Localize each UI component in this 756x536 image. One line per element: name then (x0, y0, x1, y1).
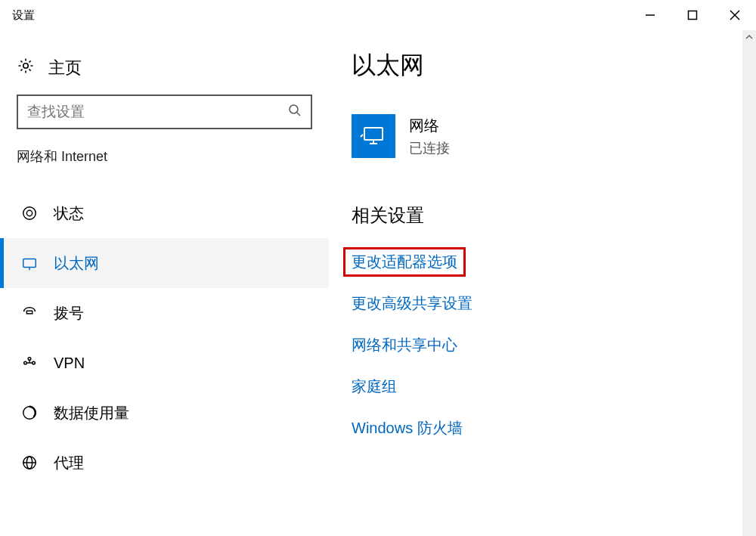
proxy-icon (20, 454, 39, 471)
sidebar-item-label: 拨号 (54, 303, 84, 324)
vpn-icon (20, 355, 39, 371)
sidebar-item-dialup[interactable]: 拨号 (0, 288, 329, 338)
sidebar: 主页 网络和 Internet 状态 (0, 30, 329, 536)
related-links: 更改适配器选项 更改高级共享设置 网络和共享中心 家庭组 Windows 防火墙 (352, 252, 756, 438)
svg-rect-9 (23, 259, 36, 268)
network-status: 已连接 (409, 139, 450, 157)
svg-rect-11 (26, 311, 32, 314)
sidebar-item-label: 代理 (54, 453, 84, 473)
svg-point-5 (290, 105, 298, 113)
home-link[interactable]: 主页 (0, 49, 329, 94)
close-button[interactable] (714, 0, 756, 30)
home-label: 主页 (48, 57, 82, 79)
link-adapter-options[interactable]: 更改适配器选项 (343, 247, 466, 277)
link-network-center[interactable]: 网络和共享中心 (352, 335, 457, 355)
titlebar: 设置 (0, 0, 756, 30)
network-name: 网络 (409, 116, 450, 136)
sidebar-item-datausage[interactable]: 数据使用量 (0, 388, 329, 438)
scroll-up-icon[interactable] (742, 30, 756, 44)
content: 以太网 网络 已连接 相关设置 更改适配器选项 更改高级共享设置 网络和共享中心… (329, 30, 756, 536)
search-icon (288, 104, 302, 121)
sidebar-item-label: 以太网 (54, 253, 99, 274)
link-homegroup[interactable]: 家庭组 (352, 376, 397, 397)
svg-rect-21 (364, 128, 383, 140)
svg-point-15 (28, 358, 31, 361)
svg-rect-1 (689, 11, 697, 20)
svg-point-7 (23, 207, 36, 220)
datausage-icon (20, 404, 39, 421)
link-advanced-sharing[interactable]: 更改高级共享设置 (352, 293, 472, 314)
network-computer-icon (352, 114, 395, 158)
search-field[interactable] (27, 104, 288, 120)
svg-point-8 (26, 210, 32, 215)
related-title: 相关设置 (352, 203, 756, 228)
svg-line-6 (297, 113, 300, 116)
nav-list: 状态 以太网 拨号 VPN (0, 188, 329, 488)
sidebar-item-label: 数据使用量 (54, 403, 129, 423)
page-title: 以太网 (352, 49, 756, 82)
sidebar-item-label: VPN (54, 355, 85, 372)
network-item[interactable]: 网络 已连接 (352, 114, 756, 158)
dialup-icon (20, 305, 39, 321)
link-firewall[interactable]: Windows 防火墙 (352, 418, 463, 438)
window-title: 设置 (0, 8, 35, 23)
sidebar-item-vpn[interactable]: VPN (0, 338, 329, 388)
svg-point-4 (23, 64, 28, 68)
svg-point-12 (24, 361, 27, 364)
status-icon (20, 205, 39, 222)
sidebar-item-ethernet[interactable]: 以太网 (0, 238, 329, 288)
window-controls (629, 0, 756, 30)
minimize-button[interactable] (629, 0, 671, 30)
search-input[interactable] (17, 94, 312, 129)
sidebar-item-label: 状态 (54, 203, 84, 224)
scrollbar[interactable] (742, 30, 756, 536)
ethernet-icon (20, 255, 39, 271)
sidebar-item-proxy[interactable]: 代理 (0, 438, 329, 488)
svg-point-13 (33, 361, 36, 364)
section-label: 网络和 Internet (0, 147, 329, 188)
sidebar-item-status[interactable]: 状态 (0, 188, 329, 238)
maximize-button[interactable] (671, 0, 714, 30)
gear-icon (17, 57, 35, 79)
